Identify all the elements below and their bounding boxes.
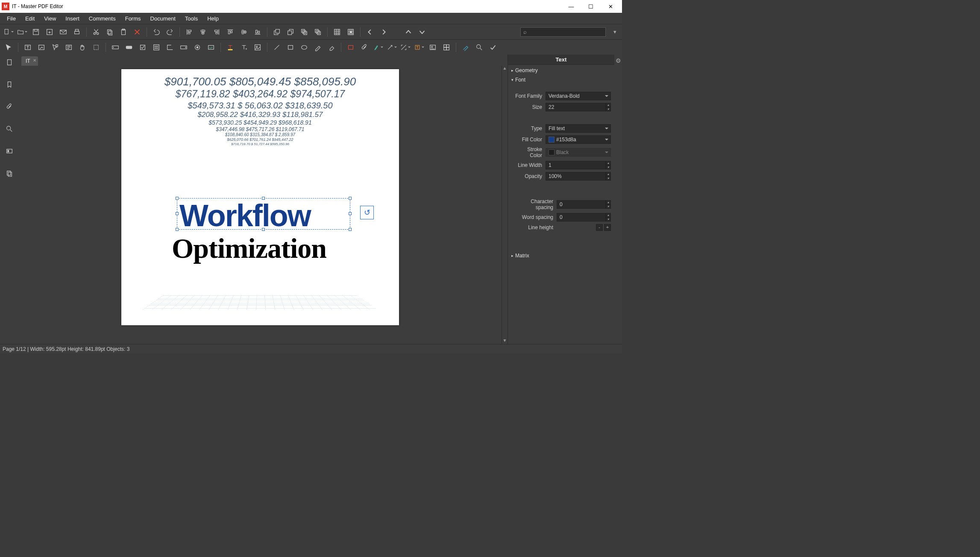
paste-button[interactable] [118, 27, 129, 37]
cut-button[interactable] [91, 27, 101, 37]
menu-view[interactable]: View [40, 14, 60, 23]
maximize-button[interactable]: ☐ [581, 0, 601, 13]
arrow-tool[interactable] [387, 42, 397, 52]
align-right-button[interactable] [211, 27, 222, 37]
section-geometry[interactable]: ▸Geometry [508, 66, 614, 75]
highlight-annot-tool[interactable] [373, 42, 383, 52]
measure-tool[interactable] [400, 42, 411, 52]
menu-insert[interactable]: Insert [61, 14, 84, 23]
edit-object-tool[interactable] [36, 42, 47, 52]
menu-tools[interactable]: Tools [181, 14, 202, 23]
text-field-tool[interactable] [110, 42, 120, 52]
delete-button[interactable] [132, 27, 142, 37]
search-dropdown[interactable]: ▾ [611, 29, 619, 35]
section-font[interactable]: ▾Font [508, 75, 614, 85]
ellipse-tool[interactable] [299, 42, 309, 52]
line-height-plus[interactable]: + [604, 224, 611, 231]
align-center-h-button[interactable] [198, 27, 208, 37]
size-down[interactable]: ▾ [606, 107, 611, 111]
align-top-button[interactable] [225, 27, 235, 37]
align-left-button[interactable] [184, 27, 194, 37]
scroll-down-icon[interactable]: ▼ [502, 338, 508, 344]
panel-settings-icon[interactable]: ⚙ [616, 57, 621, 64]
handle-tm[interactable] [262, 197, 265, 200]
menu-file[interactable]: File [3, 14, 20, 23]
insert-image-tool[interactable] [252, 42, 263, 52]
hand-tool[interactable] [77, 42, 88, 52]
stamp-tool[interactable] [428, 42, 438, 52]
save-as-button[interactable] [44, 27, 55, 37]
handle-tr[interactable] [349, 197, 352, 200]
op-down[interactable]: ▾ [606, 176, 611, 181]
line-tool[interactable] [272, 42, 282, 52]
redo-button[interactable] [165, 27, 175, 37]
check-tool[interactable] [488, 42, 498, 52]
bookmarks-panel-icon[interactable] [4, 79, 15, 90]
zoom-tool[interactable] [474, 42, 484, 52]
char-spacing-input[interactable]: 0 [557, 200, 606, 209]
eraser-tool[interactable] [326, 42, 337, 52]
bring-forward-button[interactable] [272, 27, 282, 37]
handle-ml[interactable] [176, 212, 179, 215]
signature-tool[interactable] [165, 42, 175, 52]
print-button[interactable] [72, 27, 82, 37]
init-tool[interactable] [461, 42, 471, 52]
open-button[interactable] [17, 27, 27, 37]
section-matrix[interactable]: ▸Matrix [508, 251, 614, 260]
new-button[interactable] [3, 27, 14, 37]
attachment-tool[interactable] [359, 42, 370, 52]
font-family-select[interactable]: Verdana-Bold [546, 92, 611, 100]
vertical-scrollbar[interactable]: ▲ ▼ [502, 66, 508, 344]
font-size-input[interactable]: 22 [546, 103, 606, 111]
scroll-up-icon[interactable]: ▲ [502, 66, 508, 72]
type-select[interactable]: Fill text [546, 124, 611, 133]
sign-tool[interactable] [206, 42, 216, 52]
ws-up[interactable]: ▴ [606, 213, 611, 217]
edit-form-tool[interactable] [50, 42, 60, 52]
handle-bl[interactable] [176, 228, 179, 231]
send-back-button[interactable] [313, 27, 323, 37]
attachments-panel-icon[interactable] [4, 102, 15, 112]
email-button[interactable] [58, 27, 68, 37]
handle-tl[interactable] [176, 197, 179, 200]
fill-color-select[interactable]: #153d8a [546, 135, 611, 144]
close-button[interactable]: ✕ [601, 0, 620, 13]
align-bottom-button[interactable] [252, 27, 263, 37]
handle-br[interactable] [349, 228, 352, 231]
search-panel-icon[interactable] [4, 124, 15, 134]
next-view-button[interactable] [417, 27, 427, 37]
edit-text-tool[interactable] [23, 42, 33, 52]
layers-panel-icon[interactable] [4, 168, 15, 178]
pencil-tool[interactable] [313, 42, 323, 52]
prev-view-button[interactable] [403, 27, 414, 37]
line-height-minus[interactable]: - [596, 224, 603, 231]
ws-down[interactable]: ▾ [606, 217, 611, 222]
link-tool[interactable] [346, 42, 356, 52]
copy-button[interactable] [105, 27, 115, 37]
menu-edit[interactable]: Edit [21, 14, 39, 23]
document-tab[interactable]: IT ✕ [21, 56, 38, 66]
select-region-tool[interactable] [91, 42, 101, 52]
menu-help[interactable]: Help [203, 14, 223, 23]
grid-button[interactable] [332, 27, 342, 37]
highlight-tool[interactable] [225, 42, 235, 52]
line-width-input[interactable]: 1 [546, 161, 606, 169]
menu-forms[interactable]: Forms [121, 14, 145, 23]
snap-button[interactable] [346, 27, 356, 37]
rotate-handle[interactable]: ↺ [360, 206, 374, 219]
listbox-tool[interactable] [151, 42, 161, 52]
pages-panel-icon[interactable] [4, 57, 15, 67]
lw-up[interactable]: ▴ [606, 161, 611, 165]
cs-up[interactable]: ▴ [606, 200, 611, 204]
subtitle-text-object[interactable]: Optimization [172, 232, 326, 265]
size-up[interactable]: ▴ [606, 103, 611, 107]
align-middle-button[interactable] [239, 27, 249, 37]
radio-tool[interactable] [192, 42, 202, 52]
lw-down[interactable]: ▾ [606, 165, 611, 169]
search-input[interactable] [528, 29, 603, 35]
op-up[interactable]: ▴ [606, 172, 611, 176]
minimize-button[interactable]: ― [561, 0, 581, 13]
rect-tool[interactable] [285, 42, 296, 52]
note-tool[interactable] [441, 42, 452, 52]
insert-text-tool[interactable] [239, 42, 249, 52]
